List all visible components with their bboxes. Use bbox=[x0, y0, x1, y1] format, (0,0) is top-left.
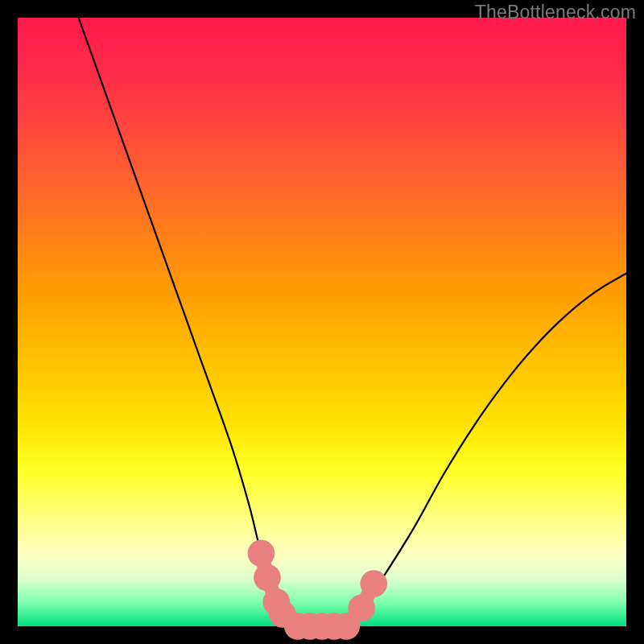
marker-group bbox=[248, 539, 388, 639]
bottleneck-curve bbox=[79, 18, 626, 627]
plot-area bbox=[18, 18, 626, 626]
watermark-text: TheBottleneck.com bbox=[475, 2, 636, 23]
marker-dot bbox=[254, 564, 281, 592]
chart-frame: TheBottleneck.com bbox=[0, 0, 644, 644]
marker-dot bbox=[348, 594, 375, 621]
marker-dot bbox=[360, 570, 387, 597]
chart-svg bbox=[18, 18, 626, 626]
marker-dot bbox=[248, 539, 275, 567]
